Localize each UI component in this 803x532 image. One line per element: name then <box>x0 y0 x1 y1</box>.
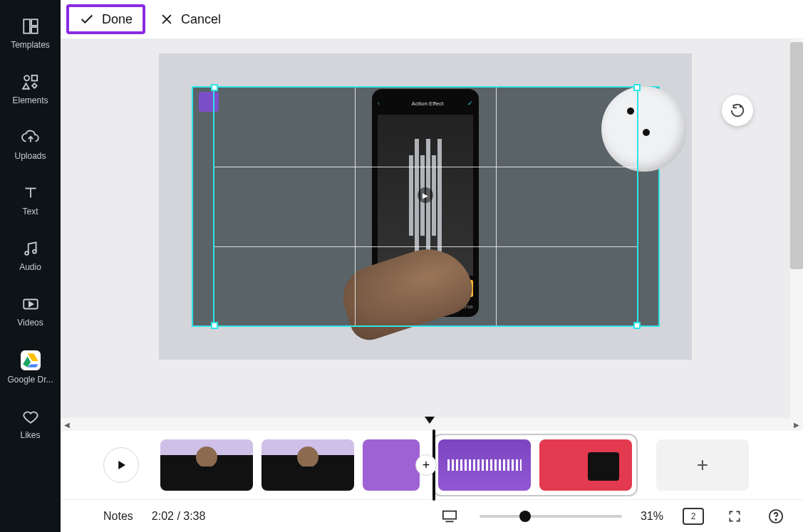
text-icon <box>21 184 40 202</box>
crop-handle-bl[interactable] <box>211 322 218 329</box>
sidebar-item-google-drive[interactable]: Google Dr... <box>0 340 61 396</box>
crop-box[interactable] <box>213 86 638 327</box>
playhead-marker[interactable] <box>425 417 435 424</box>
cancel-button[interactable]: Cancel <box>150 8 231 31</box>
grid-line <box>214 167 637 167</box>
zoom-thumb[interactable] <box>519 511 531 522</box>
timeline: + + <box>61 431 803 499</box>
add-scene-button[interactable]: + <box>656 439 749 491</box>
sidebar-label-elements: Elements <box>12 95 48 105</box>
canvas-scroll[interactable]: ‹ Action Effect ✓ ▶ Curv <box>61 39 790 418</box>
close-icon <box>160 12 174 26</box>
retry-icon <box>730 103 745 118</box>
done-label: Done <box>102 12 133 27</box>
pages-icon: 2 <box>683 508 704 525</box>
sidebar-label-audio: Audio <box>19 262 41 272</box>
sidebar-label-likes: Likes <box>20 430 40 440</box>
crop-handle-tr[interactable] <box>633 84 641 91</box>
svg-point-3 <box>24 75 29 80</box>
done-button[interactable]: Done <box>66 4 145 34</box>
view-mode-button[interactable] <box>438 505 461 528</box>
help-icon <box>768 508 784 524</box>
sidebar-item-videos[interactable]: Videos <box>0 285 61 339</box>
fullscreen-button[interactable] <box>723 505 746 528</box>
pages-button[interactable]: 2 <box>682 505 705 528</box>
notes-button[interactable]: Notes <box>103 510 133 523</box>
google-drive-icon <box>21 350 41 370</box>
svg-rect-1 <box>31 19 38 26</box>
timeline-clip[interactable] <box>160 439 253 491</box>
audio-icon <box>21 239 40 258</box>
videos-icon <box>21 295 40 313</box>
sidebar-item-likes[interactable]: Likes <box>0 397 61 452</box>
zoom-slider[interactable] <box>480 515 622 518</box>
scrollbar-thumb[interactable] <box>790 42 803 269</box>
crop-handle-tl[interactable] <box>211 84 218 91</box>
svg-rect-4 <box>31 75 37 81</box>
play-button[interactable] <box>103 447 139 483</box>
regenerate-button[interactable] <box>722 95 753 126</box>
pages-count: 2 <box>691 511 696 521</box>
templates-icon <box>21 17 40 36</box>
heart-icon <box>21 407 40 426</box>
svg-rect-0 <box>24 19 30 33</box>
help-button[interactable] <box>765 505 787 528</box>
uploads-icon <box>21 128 40 147</box>
view-icon <box>442 509 457 523</box>
sidebar-item-audio[interactable]: Audio <box>0 229 61 283</box>
sidebar-item-elements[interactable]: Elements <box>0 63 61 117</box>
elements-icon <box>21 73 40 91</box>
horizontal-scrollbar[interactable]: ◀ ▶ <box>61 418 803 431</box>
grid-line <box>214 246 637 247</box>
crop-handle-br[interactable] <box>633 322 641 329</box>
scroll-right-icon[interactable]: ▶ <box>790 418 803 431</box>
timeline-clip[interactable] <box>438 439 531 491</box>
check-icon <box>79 11 95 27</box>
sidebar-item-uploads[interactable]: Uploads <box>0 118 61 172</box>
svg-point-5 <box>25 251 29 255</box>
svg-point-6 <box>33 250 36 254</box>
timeline-clip-group[interactable] <box>432 434 638 496</box>
grid-line <box>355 88 356 325</box>
grid-line <box>496 88 497 325</box>
timeline-clip[interactable] <box>363 439 420 491</box>
sidebar-label-text: Text <box>22 207 38 217</box>
svg-rect-9 <box>443 511 456 518</box>
sidebar: Templates Elements Uploads Text Audio Vi… <box>0 0 61 532</box>
insert-clip-button[interactable]: + <box>415 454 437 476</box>
crop-toolbar: Done Cancel <box>61 0 803 39</box>
svg-point-8 <box>740 106 742 108</box>
sidebar-label-gdrive: Google Dr... <box>7 375 53 385</box>
main-column: Done Cancel ‹ <box>61 0 803 532</box>
sidebar-label-templates: Templates <box>11 40 50 50</box>
zoom-track[interactable] <box>480 515 622 518</box>
timeline-clip[interactable] <box>539 439 632 491</box>
canvas-wrap: ‹ Action Effect ✓ ▶ Curv <box>61 39 803 418</box>
time-display: 2:02 / 3:38 <box>152 510 206 523</box>
play-icon <box>115 459 128 471</box>
vertical-scrollbar[interactable] <box>790 39 803 418</box>
timeline-clip[interactable] <box>261 439 354 491</box>
sidebar-label-videos: Videos <box>17 318 43 328</box>
svg-point-12 <box>775 518 776 519</box>
svg-rect-2 <box>31 27 38 33</box>
scroll-left-icon[interactable]: ◀ <box>61 418 73 431</box>
crop-area[interactable]: ‹ Action Effect ✓ ▶ Curv <box>192 86 660 327</box>
page-frame: ‹ Action Effect ✓ ▶ Curv <box>159 53 692 360</box>
sidebar-item-text[interactable]: Text <box>0 174 61 228</box>
zoom-percent[interactable]: 31% <box>641 510 663 523</box>
scroll-track[interactable] <box>73 418 790 431</box>
footer-bar: Notes 2:02 / 3:38 31% 2 <box>61 499 803 532</box>
sidebar-label-uploads: Uploads <box>14 151 46 161</box>
fullscreen-icon <box>727 509 742 523</box>
cancel-label: Cancel <box>181 12 221 27</box>
sidebar-item-templates[interactable]: Templates <box>0 7 61 61</box>
